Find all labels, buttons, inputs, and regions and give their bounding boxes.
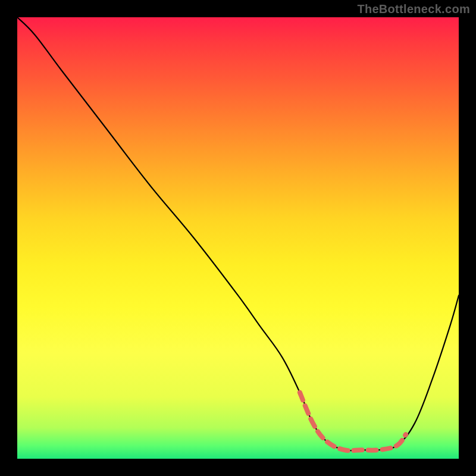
chart-stage: TheBottleneck.com: [0, 0, 476, 476]
bottleneck-curve: [17, 17, 459, 450]
chart-svg: [17, 17, 459, 459]
watermark-label: TheBottleneck.com: [357, 2, 470, 16]
optimal-range-highlight: [300, 393, 406, 451]
